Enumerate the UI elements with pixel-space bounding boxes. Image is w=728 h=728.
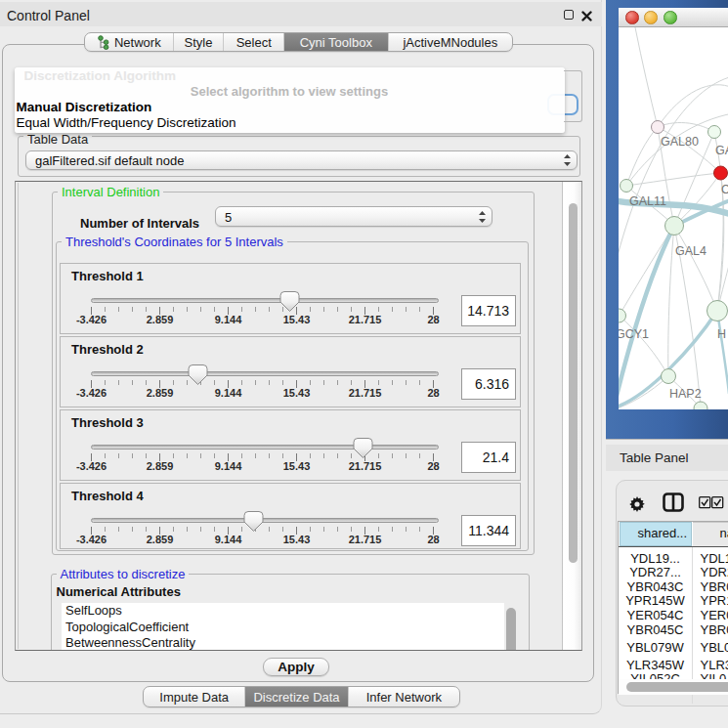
svg-text:GAL4: GAL4 xyxy=(675,244,707,258)
svg-text:GAL11: GAL11 xyxy=(629,194,666,208)
svg-text:HAP2: HAP2 xyxy=(669,387,702,401)
svg-text:GCY1: GCY1 xyxy=(619,327,649,341)
svg-text:GAL80: GAL80 xyxy=(661,135,699,149)
svg-text:GA: GA xyxy=(715,144,728,157)
svg-text:C: C xyxy=(721,183,728,196)
svg-text:H: H xyxy=(717,327,726,341)
